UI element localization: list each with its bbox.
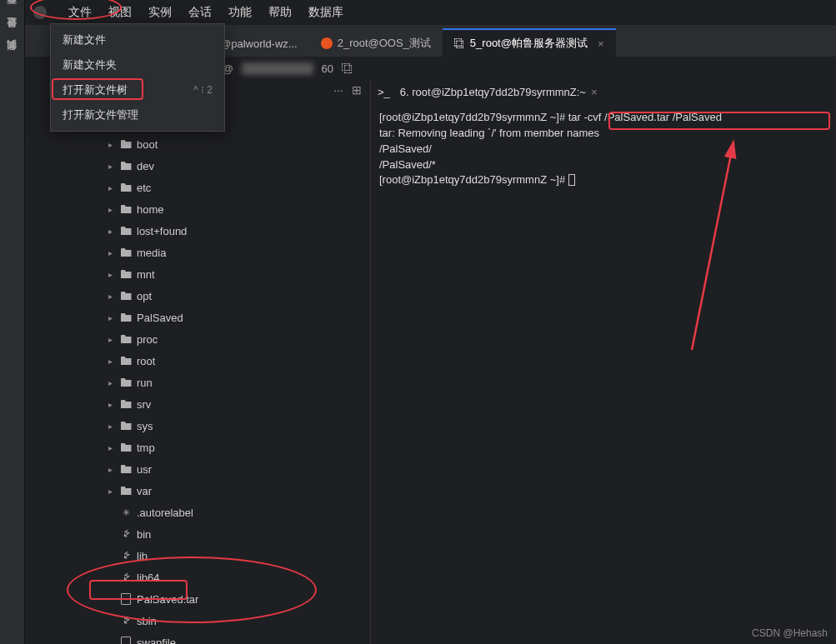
more-icon[interactable]: ··· [333, 83, 343, 97]
tree-item-label: PalSaved [137, 312, 183, 324]
tree-item-usr[interactable]: ▸usr [25, 458, 370, 480]
tree-item-label: lost+found [137, 225, 187, 237]
link-icon [120, 550, 132, 562]
chevron-right-icon: ▸ [108, 140, 115, 149]
menu-database[interactable]: 数据库 [308, 5, 343, 20]
tree-item-sys[interactable]: ▸sys [25, 415, 370, 437]
tree-item-PalSaved-tar[interactable]: PalSaved.tar [25, 588, 370, 610]
menu-item-open-filemgr[interactable]: 打开新文件管理 [51, 102, 224, 127]
tree-item-label: bin [137, 528, 151, 541]
add-icon[interactable]: ⊞ [352, 83, 362, 97]
terminal-line: tar: Removing leading `/' from member na… [379, 126, 828, 142]
tree-item-label: run [137, 377, 153, 389]
folder-icon [120, 463, 132, 475]
tab-palu-server[interactable]: ⿻ 5_root@帕鲁服务器测试 × [443, 28, 616, 57]
left-rail: 当前页面 最近登录 我的实例 [0, 0, 25, 644]
chevron-right-icon: ▸ [108, 227, 115, 236]
copy-icon: ⿻ [454, 37, 465, 50]
tree-item-label: sbin [137, 615, 157, 627]
copy-icon[interactable]: ⿻ [342, 62, 353, 75]
folder-icon [120, 247, 132, 258]
folder-icon [120, 268, 132, 280]
tree-item-mnt[interactable]: ▸mnt [25, 263, 370, 285]
terminal-panel: >_ 6. root@iZbp1etqy7dd2b79syrmmnZ:~ × [… [371, 80, 836, 644]
chevron-right-icon: ▸ [108, 335, 115, 344]
tree-item-sbin[interactable]: sbin [25, 610, 370, 632]
terminal-line: /PalSaved/* [379, 157, 828, 173]
tree-item--autorelabel[interactable]: .autorelabel [25, 502, 370, 523]
close-icon[interactable]: × [591, 86, 598, 98]
tree-item-home[interactable]: ▸home [25, 198, 370, 220]
tree-item-label: proc [137, 333, 158, 346]
terminal-line: /PalSaved/ [379, 142, 828, 157]
tree-item-srv[interactable]: ▸srv [25, 393, 370, 415]
terminal-tab[interactable]: 6. root@iZbp1etqy7dd2b79syrmmnZ:~ × [400, 86, 598, 98]
rail-tab-current-page[interactable]: 当前页面 [5, 8, 19, 15]
menu-item-open-tree[interactable]: 打开新文件树 ^ ⁝ 2 [51, 77, 224, 102]
tree-item-var[interactable]: ▸var [25, 480, 370, 502]
folder-icon [120, 442, 132, 453]
folder-icon [120, 290, 132, 302]
menu-item-label: 打开新文件树 [63, 82, 128, 97]
tree-item-root[interactable]: ▸root [25, 350, 370, 372]
tree-item-label: tmp [137, 442, 155, 454]
menu-session[interactable]: 会话 [188, 5, 212, 20]
breadcrumb-part-blurred: xxxxxxx [242, 62, 313, 75]
tree-item-etc[interactable]: ▸etc [25, 177, 370, 198]
menu-item-new-file[interactable]: 新建文件 [51, 27, 224, 52]
chevron-right-icon: ▸ [108, 443, 115, 452]
link-icon [120, 615, 132, 627]
tree-item-PalSaved[interactable]: ▸PalSaved [25, 307, 370, 328]
tree-item-label: root [137, 355, 155, 367]
tree-item-opt[interactable]: ▸opt [25, 285, 370, 307]
menu-help[interactable]: 帮助 [268, 5, 292, 20]
chevron-right-icon: ▸ [108, 378, 115, 387]
tree-item-label: sys [137, 420, 153, 432]
tree-item-label: lib64 [137, 572, 159, 584]
tree-item-label: swapfile [137, 637, 176, 645]
tree-item-lost-found[interactable]: ▸lost+found [25, 220, 370, 242]
folder-icon [120, 398, 132, 410]
tree-item-boot[interactable]: ▸boot [25, 133, 370, 155]
tree-item-run[interactable]: ▸run [25, 372, 370, 393]
tree-item-media[interactable]: ▸media [25, 242, 370, 263]
menubar: 文件 视图 实例 会话 功能 帮助 数据库 [25, 0, 836, 25]
terminal-tabbar: >_ 6. root@iZbp1etqy7dd2b79syrmmnZ:~ × [371, 80, 836, 103]
chevron-right-icon: ▸ [108, 422, 115, 431]
tree-item-label: var [137, 485, 152, 497]
terminal-body[interactable]: [root@iZbp1etqy7dd2b79syrmmnZ ~]# tar -c… [371, 103, 836, 644]
file-menu-dropdown: 新建文件 新建文件夹 打开新文件树 ^ ⁝ 2 打开新文件管理 [50, 23, 225, 132]
chevron-right-icon: ▸ [108, 357, 115, 366]
rail-tab-recent-login[interactable]: 最近登录 [5, 32, 19, 38]
chevron-right-icon: ▸ [108, 248, 115, 257]
tree-item-tmp[interactable]: ▸tmp [25, 437, 370, 458]
folder-icon [120, 333, 132, 345]
rail-tab-my-instances[interactable]: 我的实例 [5, 55, 19, 62]
menu-file[interactable]: 文件 [68, 5, 92, 20]
tree-item-proc[interactable]: ▸proc [25, 328, 370, 350]
tree-item-label: dev [137, 160, 154, 172]
terminal-cursor [568, 174, 575, 186]
folder-icon [120, 312, 132, 323]
menu-view[interactable]: 视图 [108, 5, 132, 20]
chevron-right-icon: ▸ [108, 465, 115, 474]
menu-item-shortcut: ^ ⁝ 2 [193, 84, 213, 96]
menu-function[interactable]: 功能 [228, 5, 252, 20]
tree-item-lib[interactable]: lib [25, 545, 370, 567]
breadcrumb-part: 60 [322, 62, 333, 75]
terminal-line: [root@iZbp1etqy7dd2b79syrmmnZ ~]# tar -c… [379, 110, 828, 126]
chevron-right-icon: ▸ [108, 205, 115, 214]
menu-item-new-folder[interactable]: 新建文件夹 [51, 52, 224, 77]
menu-instance[interactable]: 实例 [148, 5, 172, 20]
tree-item-label: usr [137, 463, 152, 476]
bullet-icon [120, 507, 132, 518]
tree-item-bin[interactable]: bin [25, 523, 370, 545]
tree-item-label: mnt [137, 268, 155, 281]
tree-item-swapfile[interactable]: swapfile [25, 632, 370, 644]
close-icon[interactable]: × [598, 37, 604, 50]
chevron-right-icon: ▸ [108, 162, 115, 171]
tab-oos[interactable]: 2_root@OOS_测试 [309, 28, 443, 57]
tree-item-label: opt [137, 290, 152, 302]
tree-item-lib64[interactable]: lib64 [25, 567, 370, 588]
tree-item-dev[interactable]: ▸dev [25, 155, 370, 177]
